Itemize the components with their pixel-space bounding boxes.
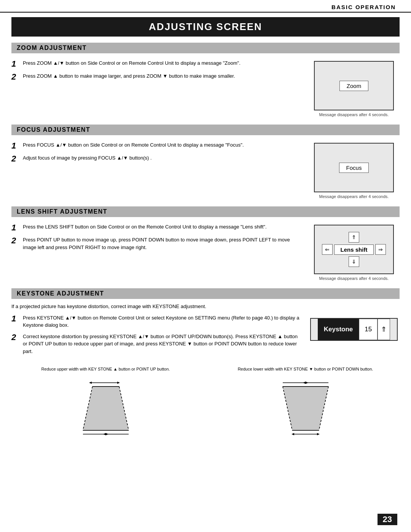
keystone-trapezoid-1-svg <box>72 375 140 436</box>
focus-header-title: FOCUS ADJUSTMENT <box>17 126 394 133</box>
keystone-osd-value: 15 <box>359 319 378 340</box>
focus-osd-label: Focus <box>339 163 369 173</box>
zoom-header-title: ZOOM ADJUSTMENT <box>17 45 394 51</box>
lens-shift-osd-box: ⇑ ⇐ Lens shift ⇒ ⇓ <box>314 225 394 274</box>
lens-shift-step-1: 1 Press the LENS SHIFT button on Side Co… <box>11 223 301 232</box>
lens-shift-section-header: LENS SHIFT ADJUSTMENT <box>11 206 400 217</box>
lens-shift-step-1-desc: Press the LENS SHIFT button on Side Cont… <box>23 223 267 231</box>
zoom-section-content: 1 Press ZOOM ▲/▼ button on Side Control … <box>11 57 400 117</box>
zoom-step-2-desc: Press ZOOM ▲ button to make image larger… <box>23 72 235 80</box>
zoom-step-2-number: 2 <box>11 72 20 81</box>
lens-shift-header-title: LENS SHIFT ADJUSTMENT <box>17 208 394 215</box>
zoom-osd-box: Zoom <box>314 61 394 110</box>
lens-shift-middle-row: ⇐ Lens shift ⇒ <box>322 244 386 255</box>
svg-marker-3 <box>89 382 92 384</box>
svg-marker-33 <box>317 433 320 435</box>
keystone-step-2-number: 2 <box>11 333 20 342</box>
keystone-section-header: KEYSTONE ADJUSTMENT <box>11 288 400 299</box>
zoom-section-header: ZOOM ADJUSTMENT <box>11 43 400 53</box>
header-title: BASIC OPERATION <box>331 4 396 10</box>
keystone-diagram-2-svg <box>271 375 340 436</box>
keystone-section: If a projected picture has keystone dist… <box>11 303 400 359</box>
keystone-osd-arrow: ⇑ <box>378 319 390 340</box>
zoom-osd-label: Zoom <box>339 81 368 91</box>
keystone-osd-label: Keystone <box>318 319 359 340</box>
svg-marker-1 <box>117 382 120 384</box>
zoom-osd-caption: Message disappears after 4 seconds. <box>319 112 389 117</box>
focus-step-2-desc: Adjust focus of image by pressing FOCUS … <box>23 154 152 162</box>
svg-marker-8 <box>83 387 129 430</box>
zoom-step-1-desc: Press ZOOM ▲/▼ button on Side Control or… <box>23 59 241 67</box>
zoom-text: 1 Press ZOOM ▲/▼ button on Side Control … <box>11 57 301 117</box>
svg-marker-25 <box>283 387 328 430</box>
lens-shift-right-arrow: ⇒ <box>375 244 386 255</box>
keystone-diagrams: Reduce upper width with KEY STONE ▲ butt… <box>11 366 400 436</box>
focus-osd-box: Focus <box>314 143 394 192</box>
keystone-diagram-1: Reduce upper width with KEY STONE ▲ butt… <box>11 366 200 436</box>
lens-shift-step-2-desc: Press POINT UP button to move image up, … <box>23 236 301 251</box>
focus-section-header: FOCUS ADJUSTMENT <box>11 125 400 135</box>
lens-shift-step-1-number: 1 <box>11 223 20 232</box>
focus-step-1-desc: Press FOCUS ▲/▼ button on Side Control o… <box>23 141 244 149</box>
keystone-visual: Keystone 15 ⇑ <box>308 314 400 359</box>
keystone-trapezoid-2-svg <box>271 375 340 436</box>
keystone-step-2-desc: Correct keystone distortion by pressing … <box>23 333 301 355</box>
main-title: ADJUSTING SCREEN <box>19 21 392 33</box>
keystone-diagram-2: Reduce lower width with KEY STONE ▼ butt… <box>211 366 400 436</box>
lens-shift-text: 1 Press the LENS SHIFT button on Side Co… <box>11 221 301 281</box>
keystone-steps-row: 1 Press KEYSTONE ▲/▼ button on Remote Co… <box>11 314 400 359</box>
lens-shift-osd-caption: Message disappears after 4 seconds. <box>319 276 389 281</box>
lens-shift-up-arrow: ⇑ <box>349 232 359 243</box>
svg-marker-16 <box>103 433 106 435</box>
lens-shift-visual: ⇑ ⇐ Lens shift ⇒ ⇓ Message disappears af… <box>308 221 400 281</box>
focus-step-1-number: 1 <box>11 141 20 150</box>
svg-marker-20 <box>303 382 306 384</box>
lens-shift-down-arrow: ⇓ <box>349 256 359 267</box>
page-number: 23 <box>378 514 397 525</box>
keystone-intro: If a projected picture has keystone dist… <box>11 303 400 310</box>
lens-shift-step-2: 2 Press POINT UP button to move image up… <box>11 236 301 251</box>
lens-shift-step-2-number: 2 <box>11 236 20 245</box>
svg-marker-31 <box>292 433 294 435</box>
focus-step-2-number: 2 <box>11 154 20 163</box>
zoom-visual: Zoom Message disappears after 4 seconds. <box>308 57 400 117</box>
keystone-step-2: 2 Correct keystone distortion by pressin… <box>11 333 301 355</box>
focus-text: 1 Press FOCUS ▲/▼ button on Side Control… <box>11 139 301 199</box>
keystone-text: 1 Press KEYSTONE ▲/▼ button on Remote Co… <box>11 314 301 359</box>
focus-osd-caption: Message disappears after 4 seconds. <box>319 194 389 199</box>
focus-step-1: 1 Press FOCUS ▲/▼ button on Side Control… <box>11 141 301 150</box>
main-title-bar: ADJUSTING SCREEN <box>11 17 400 37</box>
focus-section-content: 1 Press FOCUS ▲/▼ button on Side Control… <box>11 139 400 199</box>
zoom-step-2: 2 Press ZOOM ▲ button to make image larg… <box>11 72 301 81</box>
keystone-diagram-2-caption: Reduce lower width with KEY STONE ▼ butt… <box>238 366 373 372</box>
zoom-step-1: 1 Press ZOOM ▲/▼ button on Side Control … <box>11 59 301 69</box>
header: BASIC OPERATION <box>0 0 411 13</box>
zoom-step-1-number: 1 <box>11 59 20 69</box>
keystone-step-1-desc: Press KEYSTONE ▲/▼ button on Remote Cont… <box>23 314 301 329</box>
focus-visual: Focus Message disappears after 4 seconds… <box>308 139 400 199</box>
keystone-diagram-1-svg <box>72 375 140 436</box>
keystone-step-1-number: 1 <box>11 314 20 323</box>
lens-shift-osd-label: Lens shift <box>341 246 368 253</box>
focus-step-2: 2 Adjust focus of image by pressing FOCU… <box>11 154 301 163</box>
lens-shift-left-arrow: ⇐ <box>322 244 333 255</box>
lens-shift-section-content: 1 Press the LENS SHIFT button on Side Co… <box>11 221 400 281</box>
keystone-step-1: 1 Press KEYSTONE ▲/▼ button on Remote Co… <box>11 314 301 329</box>
keystone-header-title: KEYSTONE ADJUSTMENT <box>17 290 394 297</box>
keystone-osd-box: Keystone 15 ⇑ <box>310 318 398 341</box>
lens-shift-center-label: Lens shift <box>334 244 374 255</box>
keystone-diagram-1-caption: Reduce upper width with KEY STONE ▲ butt… <box>41 366 170 372</box>
